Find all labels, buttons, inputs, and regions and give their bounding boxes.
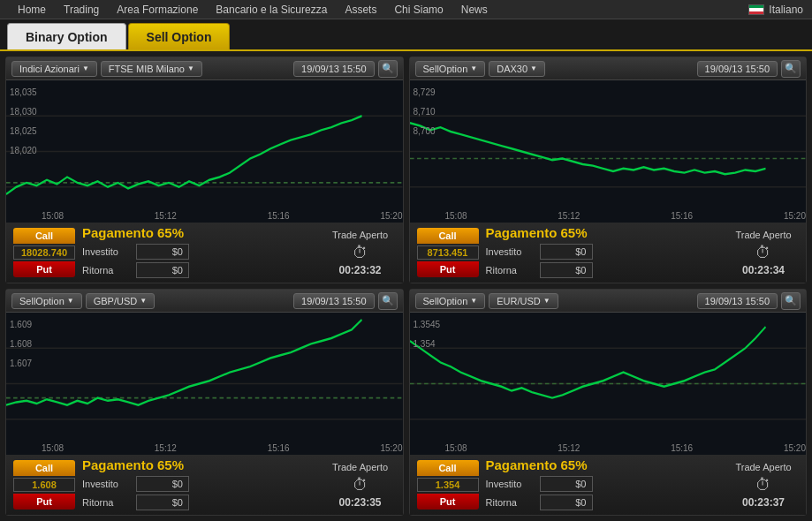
datetime-badge-w2: 19/09/13 15:50: [697, 61, 778, 77]
widget-bottom-w4: Call 1.354 Put Pagamento 65% Investito R…: [410, 455, 807, 515]
asset-dropdown-w4[interactable]: EUR/USD: [489, 293, 558, 309]
datetime-badge-w3: 19/09/13 15:50: [293, 293, 374, 309]
invest-input-w2[interactable]: [540, 244, 593, 260]
call-button-w4[interactable]: Call: [417, 460, 479, 476]
nav-assets[interactable]: Assets: [336, 4, 385, 16]
asset-dropdown-w2[interactable]: DAX30: [489, 61, 545, 77]
top-navigation: Home Trading Area Formazione Bancario e …: [0, 0, 812, 19]
y-label: 8,729: [414, 87, 436, 97]
return-label-w4: Ritorna: [486, 497, 535, 508]
invest-label-w3: Investito: [82, 479, 131, 489]
search-button-w4[interactable]: 🔍: [781, 292, 801, 310]
type-dropdown-w4[interactable]: SellOption: [415, 293, 486, 309]
clock-icon-w3: ⏱: [325, 476, 396, 495]
return-label-w1: Ritorna: [82, 265, 131, 276]
italy-flag-icon: [748, 4, 764, 15]
x-labels-w2: 15:0815:1215:1615:20: [445, 211, 807, 221]
put-button-w4[interactable]: Put: [417, 494, 479, 510]
x-label: 15:08: [445, 443, 467, 453]
x-label: 15:16: [268, 443, 290, 453]
chart-svg-w2: [410, 80, 807, 223]
return-input-w4[interactable]: [540, 495, 593, 510]
put-button-w3[interactable]: Put: [13, 494, 75, 510]
search-button-w1[interactable]: 🔍: [378, 60, 398, 78]
x-label: 15:20: [380, 211, 402, 221]
widget-bottom-w3: Call 1.608 Put Pagamento 65% Investito R…: [6, 455, 403, 515]
nav-news[interactable]: News: [452, 4, 497, 16]
language-selector[interactable]: Italiano: [748, 4, 803, 16]
chart-area-w4: 1.35451.354 15:0815:1215:1615:20: [410, 313, 807, 455]
call-value-w4: 1.354: [417, 478, 479, 492]
widget-w3: SellOption GBP/USD 19/09/13 15:50 🔍 1.60…: [5, 289, 404, 516]
x-label: 15:08: [445, 211, 467, 221]
trade-time-w2: 00:23:34: [728, 264, 799, 276]
call-put-buttons-w3: Call 1.608 Put: [13, 460, 75, 510]
y-label: 8,710: [414, 107, 436, 117]
trade-section-w3: Trade Aperto ⏱ 00:23:35: [325, 462, 396, 509]
search-button-w3[interactable]: 🔍: [378, 292, 398, 310]
put-button-w2[interactable]: Put: [417, 261, 479, 277]
return-input-w3[interactable]: [136, 495, 189, 510]
widget-header-w2: SellOption DAX30 19/09/13 15:50 🔍: [410, 57, 807, 80]
widget-header-w4: SellOption EUR/USD 19/09/13 15:50 🔍: [410, 290, 807, 313]
clock-icon-w1: ⏱: [325, 244, 396, 262]
invest-input-w4[interactable]: [540, 476, 593, 492]
x-label: 15:08: [42, 443, 64, 453]
search-button-w2[interactable]: 🔍: [781, 60, 801, 78]
y-label: 18,025: [10, 126, 37, 136]
tab-sell-option[interactable]: Sell Option: [128, 23, 231, 49]
invest-input-w3[interactable]: [136, 476, 189, 492]
nav-bancario[interactable]: Bancario e la Sicurezza: [207, 4, 336, 16]
y-label: 1.609: [10, 320, 32, 329]
put-button-w1[interactable]: Put: [13, 261, 75, 277]
trade-section-w4: Trade Aperto ⏱ 00:23:37: [728, 462, 799, 509]
nav-home[interactable]: Home: [9, 4, 55, 16]
nav-chi-siamo[interactable]: Chi Siamo: [385, 4, 452, 16]
call-button-w3[interactable]: Call: [13, 460, 75, 476]
invest-label-w1: Investito: [82, 246, 131, 257]
call-value-w3: 1.608: [13, 478, 75, 492]
trade-label-w1: Trade Aperto: [325, 230, 396, 240]
x-label: 15:12: [558, 443, 580, 453]
call-button-w1[interactable]: Call: [13, 228, 75, 244]
tab-binary-option[interactable]: Binary Option: [7, 23, 126, 49]
asset-dropdown-w3[interactable]: GBP/USD: [86, 293, 155, 309]
widget-bottom-w1: Call 18028.740 Put Pagamento 65% Investi…: [6, 223, 403, 283]
language-label: Italiano: [769, 4, 803, 16]
widget-header-w3: SellOption GBP/USD 19/09/13 15:50 🔍: [6, 290, 403, 313]
datetime-badge-w1: 19/09/13 15:50: [293, 61, 374, 77]
chart-svg-w4: [410, 313, 807, 455]
return-row-w3: Ritorna: [82, 495, 318, 510]
payment-section-w2: Pagamento 65% Investito Ritorna: [486, 225, 722, 281]
x-labels-w1: 15:0815:1215:1615:20: [42, 211, 403, 221]
return-label-w2: Ritorna: [486, 265, 535, 276]
type-dropdown-w1[interactable]: Indici Azionari: [11, 61, 97, 77]
widget-bottom-w2: Call 8713.451 Put Pagamento 65% Investit…: [410, 223, 807, 283]
call-put-buttons-w1: Call 18028.740 Put: [13, 228, 75, 277]
type-dropdown-w3[interactable]: SellOption: [11, 293, 82, 309]
return-input-w1[interactable]: [136, 262, 189, 278]
payment-title-w1: Pagamento 65%: [82, 225, 318, 240]
invest-label-w2: Investito: [486, 246, 535, 257]
y-label: 1.354: [414, 339, 436, 349]
x-label: 15:12: [558, 211, 580, 221]
invest-input-w1[interactable]: [136, 244, 189, 260]
return-input-w2[interactable]: [540, 262, 593, 278]
nav-trading[interactable]: Trading: [55, 4, 108, 16]
x-labels-w3: 15:0815:1215:1615:20: [42, 443, 403, 453]
y-label: 1.608: [10, 339, 32, 349]
call-put-buttons-w2: Call 8713.451 Put: [417, 228, 479, 277]
type-dropdown-w2[interactable]: SellOption: [415, 61, 486, 77]
widget-w2: SellOption DAX30 19/09/13 15:50 🔍 8,7298…: [409, 57, 808, 283]
nav-area-formazione[interactable]: Area Formazione: [108, 4, 207, 16]
return-row-w1: Ritorna: [82, 262, 318, 278]
chart-svg-w1: [6, 80, 403, 223]
y-label: 18,035: [10, 87, 37, 97]
payment-title-w4: Pagamento 65%: [486, 457, 722, 472]
call-button-w2[interactable]: Call: [417, 228, 479, 244]
chart-area-w3: 1.6091.6081.607 15:0815:1215:1615:20: [6, 313, 403, 455]
trade-time-w3: 00:23:35: [325, 496, 396, 509]
call-value-w1: 18028.740: [13, 245, 75, 260]
asset-dropdown-w1[interactable]: FTSE MIB Milano: [101, 61, 202, 77]
x-label: 15:16: [268, 211, 290, 221]
